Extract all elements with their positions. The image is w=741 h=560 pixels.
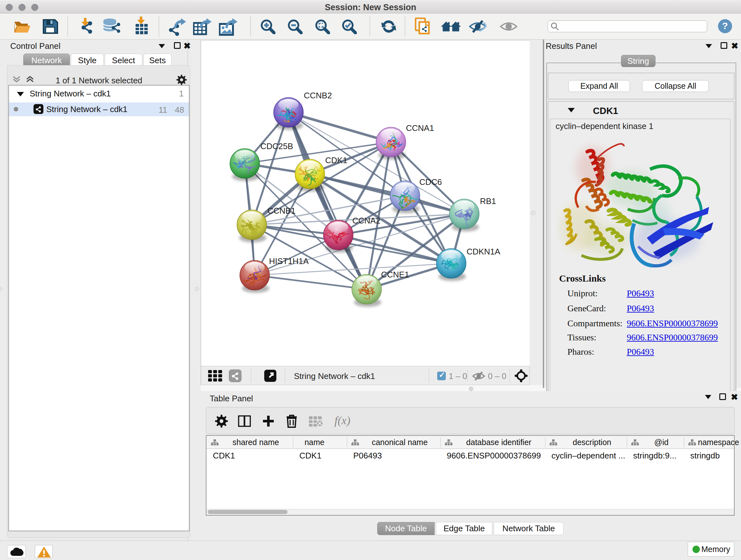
svg-text:CCNA1: CCNA1	[406, 123, 434, 133]
svg-text:RB1: RB1	[480, 196, 496, 206]
svg-text:CDC25B: CDC25B	[260, 141, 293, 151]
svg-text:CCNB2: CCNB2	[304, 91, 332, 100]
svg-text:CCNA2: CCNA2	[352, 216, 381, 226]
svg-text:f(x): f(x)	[334, 415, 350, 427]
svg-text:CDC6: CDC6	[419, 177, 442, 187]
svg-text:CDK1: CDK1	[325, 155, 347, 165]
svg-text:HIST1H1A: HIST1H1A	[269, 256, 309, 266]
svg-text:?: ?	[722, 20, 728, 31]
svg-text:CCNB1: CCNB1	[267, 206, 295, 215]
svg-text:CDKN1A: CDKN1A	[467, 247, 500, 256]
svg-text:CCNE1: CCNE1	[381, 270, 409, 279]
